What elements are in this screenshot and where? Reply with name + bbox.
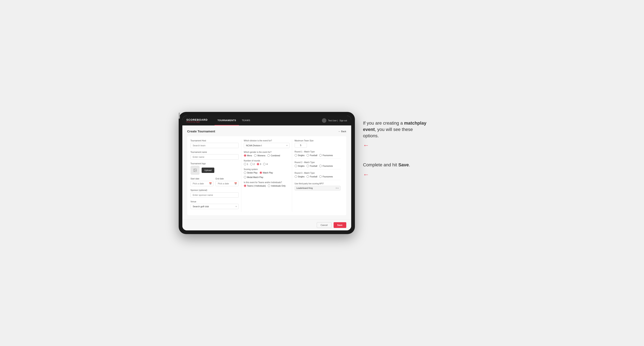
round3-radio-group: Singles Fourball Foursomes bbox=[295, 175, 340, 178]
round3-singles[interactable]: Singles bbox=[295, 175, 305, 178]
logo-powered: Powered by clippit bbox=[186, 121, 208, 123]
tournament-name-input[interactable] bbox=[190, 154, 239, 160]
round2-foursomes[interactable]: Foursomes bbox=[319, 165, 333, 167]
teams-individuals[interactable]: Individuals Only bbox=[268, 184, 286, 187]
tablet-screen: SCOREBOARD Powered by clippit TOURNAMENT… bbox=[182, 116, 351, 230]
annotations: If you are creating a matchplay event, y… bbox=[363, 112, 429, 179]
rounds-2-radio[interactable] bbox=[250, 163, 253, 165]
scoring-match-radio[interactable] bbox=[260, 172, 262, 174]
start-date-wrapper: 📅 bbox=[190, 181, 214, 186]
api-close-icon[interactable]: ✕ ▾ bbox=[336, 187, 339, 189]
rounds-1-radio[interactable] bbox=[244, 163, 246, 165]
rounds-3[interactable]: 3 bbox=[257, 163, 261, 165]
scoring-match-label: Match Play bbox=[263, 172, 273, 174]
round3-foursomes[interactable]: Foursomes bbox=[319, 175, 333, 178]
save-button[interactable]: Save bbox=[334, 222, 346, 228]
gender-mens-radio[interactable] bbox=[244, 154, 246, 157]
tablet-frame: SCOREBOARD Powered by clippit TOURNAMENT… bbox=[179, 112, 355, 234]
api-label: Use third-party live scoring API? bbox=[295, 182, 340, 185]
scoring-label: Scoring system bbox=[244, 168, 290, 171]
rounds-1[interactable]: 1 bbox=[244, 163, 248, 165]
gender-womens[interactable]: Womens bbox=[254, 154, 265, 157]
tournament-host-input[interactable] bbox=[190, 143, 239, 148]
rounds-label: Number of rounds bbox=[244, 160, 290, 162]
tournament-host-group: Tournament Host bbox=[190, 140, 239, 148]
upload-button[interactable]: Upload bbox=[202, 168, 214, 173]
division-select[interactable]: NCAA Division I bbox=[244, 143, 290, 148]
nav-tab-tournaments[interactable]: TOURNAMENTS bbox=[214, 116, 239, 125]
venue-group: Venue Search golf club bbox=[190, 200, 239, 209]
round1-radio-group: Singles Fourball Foursomes bbox=[295, 154, 340, 157]
svg-point-1 bbox=[194, 170, 195, 170]
gender-combined-radio[interactable] bbox=[268, 154, 270, 157]
round1-singles-label: Singles bbox=[298, 154, 305, 157]
tournament-name-label: Tournament name bbox=[190, 151, 239, 153]
rounds-3-radio[interactable] bbox=[257, 163, 259, 165]
scoring-stroke-radio[interactable] bbox=[244, 172, 246, 174]
round3-fourball-radio[interactable] bbox=[306, 175, 309, 178]
avatar bbox=[322, 118, 326, 123]
teams-teams[interactable]: Teams (+Individuals) bbox=[244, 184, 266, 187]
division-label: Which division is the event for? bbox=[244, 140, 290, 142]
rounds-4-radio[interactable] bbox=[263, 163, 266, 165]
round1-fourball[interactable]: Fourball bbox=[306, 154, 317, 157]
gender-radio-group: Mens Womens Combined bbox=[244, 154, 290, 157]
round2-singles-radio[interactable] bbox=[295, 165, 297, 167]
rounds-2[interactable]: 2 bbox=[250, 163, 255, 165]
cancel-button[interactable]: Cancel bbox=[317, 222, 332, 228]
gender-mens[interactable]: Mens bbox=[244, 154, 252, 157]
round1-foursomes[interactable]: Foursomes bbox=[319, 154, 333, 157]
round1-section: Round 1 - Match Type Singles Fourball bbox=[295, 151, 340, 159]
tournament-logo-label: Tournament logo bbox=[190, 163, 239, 165]
round2-singles[interactable]: Singles bbox=[295, 165, 305, 167]
round2-singles-label: Singles bbox=[298, 165, 305, 167]
arrow-icon-2: ← bbox=[363, 170, 429, 179]
scoring-medal-radio[interactable] bbox=[244, 176, 246, 178]
round2-fourball-radio[interactable] bbox=[306, 165, 309, 167]
scoring-stroke[interactable]: Stroke Play bbox=[244, 172, 258, 174]
round2-foursomes-radio[interactable] bbox=[319, 165, 322, 167]
scoring-medal[interactable]: Medal Match Play bbox=[244, 176, 263, 178]
form-col-3: Maximum Team Size 5 Round 1 - Match Type… bbox=[292, 140, 343, 212]
rounds-4[interactable]: 4 bbox=[263, 163, 268, 165]
tournament-logo-group: Tournament logo Upload bbox=[190, 163, 239, 175]
nav-tab-teams[interactable]: TEAMS bbox=[239, 116, 253, 125]
logo-placeholder bbox=[190, 166, 200, 175]
gender-combined[interactable]: Combined bbox=[268, 154, 280, 157]
api-tag: Leaderboard King bbox=[296, 187, 313, 189]
scoring-match[interactable]: Match Play bbox=[260, 172, 273, 174]
round3-fourball[interactable]: Fourball bbox=[306, 175, 317, 178]
gender-combined-label: Combined bbox=[271, 155, 280, 157]
round1-foursomes-radio[interactable] bbox=[319, 154, 322, 157]
venue-select[interactable]: Search golf club bbox=[190, 204, 239, 209]
rounds-1-label: 1 bbox=[247, 163, 248, 165]
round1-fourball-radio[interactable] bbox=[306, 154, 309, 157]
teams-teams-radio[interactable] bbox=[244, 184, 246, 187]
round1-singles[interactable]: Singles bbox=[295, 154, 305, 157]
calendar-icon: 📅 bbox=[209, 182, 212, 185]
round3-singles-radio[interactable] bbox=[295, 175, 297, 178]
navbar: SCOREBOARD Powered by clippit TOURNAMENT… bbox=[182, 116, 351, 125]
user-info: Test User | bbox=[328, 120, 338, 122]
scoring-stroke-label: Stroke Play bbox=[247, 172, 258, 174]
back-link[interactable]: ← Back bbox=[338, 130, 346, 133]
round2-fourball-label: Fourball bbox=[310, 165, 317, 167]
max-team-size-input[interactable]: 5 bbox=[295, 143, 307, 148]
teams-individuals-radio[interactable] bbox=[268, 184, 270, 187]
start-date-label: Start date bbox=[190, 177, 214, 180]
round3-foursomes-radio[interactable] bbox=[319, 175, 322, 178]
round3-fourball-label: Fourball bbox=[310, 175, 317, 178]
venue-select-wrapper: Search golf club bbox=[190, 204, 239, 209]
api-select-wrapper[interactable]: Leaderboard King ✕ ▾ bbox=[295, 186, 340, 190]
form-col-1: Tournament Host Tournament name Tourname… bbox=[190, 140, 241, 212]
scoring-group: Scoring system Stroke Play Match Play bbox=[244, 168, 290, 178]
round1-singles-radio[interactable] bbox=[295, 154, 297, 157]
round2-fourball[interactable]: Fourball bbox=[306, 165, 317, 167]
end-date-group: End date 📅 bbox=[216, 177, 239, 186]
sign-out-link[interactable]: Sign out bbox=[340, 120, 347, 122]
round2-radio-group: Singles Fourball Foursomes bbox=[295, 165, 340, 167]
sponsor-input[interactable] bbox=[190, 192, 239, 198]
gender-womens-radio[interactable] bbox=[254, 154, 256, 157]
round1-foursomes-label: Foursomes bbox=[322, 154, 333, 157]
rounds-group: Number of rounds 1 2 bbox=[244, 160, 290, 165]
